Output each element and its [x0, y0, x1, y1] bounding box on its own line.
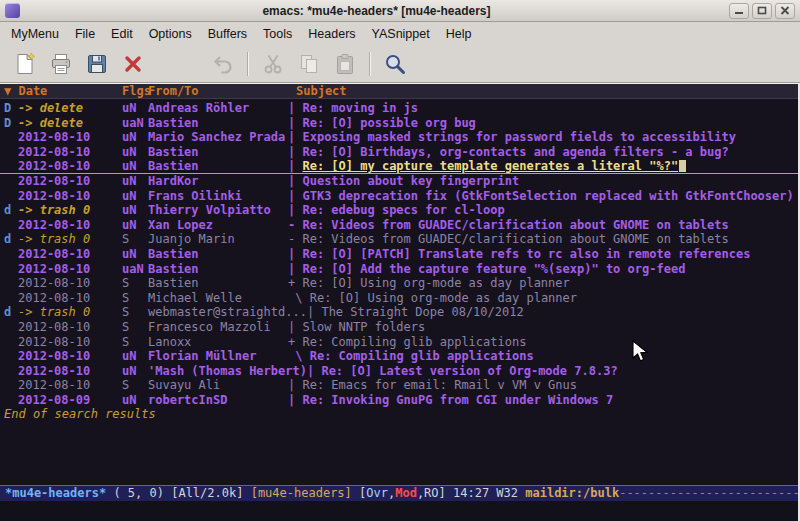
column-header-flags[interactable]: Flgs: [122, 84, 148, 98]
message-row[interactable]: 2012-08-10SMichael Welle \ Re: [O] Using…: [0, 291, 798, 306]
row-thread: |: [288, 145, 302, 160]
undo-button[interactable]: [207, 48, 239, 80]
message-row[interactable]: 2012-08-10uNFrans Oilinki| GTK3 deprecat…: [0, 189, 798, 204]
close-button[interactable]: [117, 48, 149, 80]
row-date: -> delete: [18, 101, 122, 116]
message-row[interactable]: 2012-08-09uNrobertcInSD| Re: Invoking Gn…: [0, 393, 798, 408]
toolbar-separator: [247, 52, 249, 76]
row-mark: [4, 159, 18, 173]
message-row[interactable]: 2012-08-10uaNBastien| Re: [O] Add the ca…: [0, 262, 798, 277]
paste-icon: [333, 52, 357, 76]
menu-item-mymenu[interactable]: MyMenu: [3, 24, 67, 44]
message-row[interactable]: d-> trash 0Swebmaster@straightd...| The …: [0, 305, 798, 320]
menu-item-tools[interactable]: Tools: [255, 24, 300, 44]
row-flags: uaN: [122, 262, 148, 277]
titlebar: emacs: *mu4e-headers* [mu4e-headers]: [0, 0, 800, 22]
message-row[interactable]: 2012-08-10uNFlorian Müllner \ Re: Compil…: [0, 349, 798, 364]
message-row[interactable]: 2012-08-10uNBastien| Re: [O] Birthdays, …: [0, 145, 798, 160]
modeline-segment-dashes: ----------------------------------------…: [619, 486, 798, 500]
toolbar-separator: [369, 52, 371, 76]
row-date: -> trash 0: [18, 305, 122, 320]
minimize-button[interactable]: [729, 3, 749, 19]
window-buttons: [729, 3, 795, 19]
row-mark: d: [4, 232, 18, 247]
new-file-button[interactable]: [9, 48, 41, 80]
column-header-subject[interactable]: Subject: [288, 84, 347, 98]
row-mark: d: [4, 305, 18, 320]
modeline-segment-buffer: *mu4e-headers*: [5, 486, 106, 500]
save-icon: [85, 52, 109, 76]
row-mark: [4, 189, 18, 204]
menu-item-yasnippet[interactable]: YASnippet: [364, 24, 438, 44]
row-thread: +: [288, 276, 302, 291]
message-row[interactable]: 2012-08-10uNXan Lopez- Re: Videos from G…: [0, 218, 798, 233]
maximize-button[interactable]: [752, 3, 772, 19]
row-date: 2012-08-10: [18, 276, 122, 291]
row-subject: Re: Videos from GUADEC/clarification abo…: [302, 232, 728, 247]
row-from: Suvayu Ali: [148, 378, 288, 393]
message-row[interactable]: 2012-08-10SSuvayu Ali| Re: Emacs for ema…: [0, 378, 798, 393]
row-thread: |: [288, 378, 302, 393]
row-from: Mario Sanchez Prada: [148, 130, 288, 145]
row-date: 2012-08-10: [18, 349, 122, 364]
print-button[interactable]: [45, 48, 77, 80]
message-row[interactable]: 2012-08-10uNBastien| Re: [O] my capture …: [0, 159, 798, 174]
message-row[interactable]: d-> trash 0SJuanjo Marin- Re: Videos fro…: [0, 232, 798, 247]
row-subject: Question about key fingerprint: [302, 174, 519, 189]
row-from: Andreas Röhler: [148, 101, 288, 116]
row-subject: Re: [O] [PATCH] Translate refs to rc als…: [302, 247, 750, 262]
paste-button[interactable]: [329, 48, 361, 80]
message-row[interactable]: 2012-08-10uNMario Sanchez Prada| Exposin…: [0, 130, 798, 145]
row-subject: Re: moving in js: [302, 101, 418, 116]
message-row[interactable]: 2012-08-10uN'Mash (Thomas Herbert)| Re: …: [0, 364, 798, 379]
column-header-from[interactable]: From/To: [148, 84, 288, 98]
row-flags: uaN: [122, 116, 148, 131]
menu-item-help[interactable]: Help: [438, 24, 480, 44]
row-date: 2012-08-10: [18, 189, 122, 204]
menu-item-edit[interactable]: Edit: [103, 24, 141, 44]
menu-item-headers[interactable]: Headers: [300, 24, 363, 44]
menubar: MyMenuFileEditOptionsBuffersToolsHeaders…: [0, 22, 800, 45]
menu-item-options[interactable]: Options: [141, 24, 200, 44]
row-mark: [4, 130, 18, 145]
row-subject: Re: [O] Latest version of Org-mode 7.8.3…: [321, 364, 617, 379]
copy-button[interactable]: [293, 48, 325, 80]
message-row[interactable]: d-> trash 0uNThierry Volpiatto| Re: edeb…: [0, 203, 798, 218]
message-row[interactable]: 2012-08-10SBastien+ Re: [O] Using org-mo…: [0, 276, 798, 291]
headers-column-row: ▼ Date Flgs From/To Subject: [0, 84, 798, 99]
row-flags: uN: [122, 101, 148, 116]
row-date: 2012-08-09: [18, 393, 122, 408]
row-date: -> delete: [18, 116, 122, 131]
row-subject: The Straight Dope 08/10/2012: [321, 305, 523, 320]
close-button[interactable]: [775, 3, 795, 19]
window-title: emacs: *mu4e-headers* [mu4e-headers]: [24, 4, 729, 18]
message-row[interactable]: D-> deleteuaNBastien| Re: [O] possible o…: [0, 116, 798, 131]
row-from: Bastien: [148, 145, 288, 160]
modeline-segment-mod: Mod: [395, 486, 417, 500]
row-subject: Re: Invoking GnuPG from CGI under Window…: [302, 393, 613, 408]
row-flags: S: [122, 320, 148, 335]
row-thread: -: [288, 232, 302, 247]
message-row[interactable]: 2012-08-10SLanoxx+ Re: Compiling glib ap…: [0, 335, 798, 350]
save-button[interactable]: [81, 48, 113, 80]
message-row[interactable]: 2012-08-10uNHardKor| Question about key …: [0, 174, 798, 189]
row-date: 2012-08-10: [18, 130, 122, 145]
column-header-date[interactable]: ▼ Date: [4, 84, 122, 98]
row-subject: Slow NNTP folders: [302, 320, 425, 335]
row-subject: Re: [O] my capture template generates a …: [302, 159, 678, 173]
row-mark: [4, 364, 18, 379]
menu-item-file[interactable]: File: [67, 24, 103, 44]
row-flags: uN: [122, 174, 148, 189]
search-button[interactable]: [379, 48, 411, 80]
emacs-window: emacs: *mu4e-headers* [mu4e-headers] MyM…: [0, 0, 800, 521]
row-date: 2012-08-10: [18, 174, 122, 189]
cut-button[interactable]: [257, 48, 289, 80]
echo-area[interactable]: [0, 501, 798, 521]
text-cursor: [679, 160, 686, 172]
modeline-segment-plain: 14:27 W32: [453, 486, 525, 500]
message-row[interactable]: 2012-08-10uNBastien| Re: [O] [PATCH] Tra…: [0, 247, 798, 262]
print-icon: [49, 52, 73, 76]
message-row[interactable]: 2012-08-10SFrancesco Mazzoli| Slow NNTP …: [0, 320, 798, 335]
menu-item-buffers[interactable]: Buffers: [200, 24, 255, 44]
message-row[interactable]: D-> deleteuNAndreas Röhler| Re: moving i…: [0, 101, 798, 116]
